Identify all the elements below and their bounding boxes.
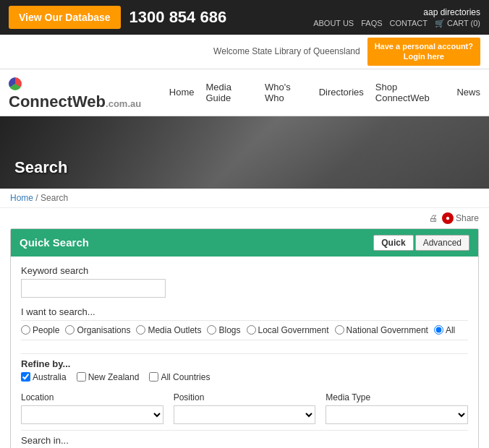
logo-icon <box>9 77 22 90</box>
location-col: Location <box>21 392 163 424</box>
header-nav: ConnectWeb.com.au Home Media Guide Who's… <box>0 69 489 116</box>
location-checkboxes: Australia New Zealand All Countries <box>21 372 468 382</box>
top-bar-left: View Our Database 1300 854 686 <box>9 6 226 29</box>
aap-logo: aap directories <box>423 7 480 17</box>
logo-web: Web <box>72 92 106 111</box>
about-us-link[interactable]: ABOUT US <box>313 19 354 28</box>
view-db-button[interactable]: View Our Database <box>9 6 121 29</box>
media-type-col: Media Type <box>326 392 468 424</box>
radio-blogs[interactable]: Blogs <box>207 325 240 335</box>
top-bar: View Our Database 1300 854 686 aap direc… <box>0 0 489 35</box>
breadcrumb: Home / Search <box>0 189 489 208</box>
media-type-label: Media Type <box>326 392 468 402</box>
position-label: Position <box>174 392 316 402</box>
breadcrumb-current: Search <box>41 193 68 203</box>
faqs-link[interactable]: FAQS <box>361 19 382 28</box>
location-label: Location <box>21 392 163 402</box>
refine-section: Refine by... Australia New Zealand All C… <box>21 349 468 387</box>
search-panel-title: Quick Search <box>20 236 89 249</box>
check-all-countries[interactable]: All Countries <box>149 372 210 382</box>
search-type-group: I want to search... People Organisations… <box>21 306 468 340</box>
radio-media[interactable]: Media Outlets <box>136 325 201 335</box>
login-button[interactable]: Have a personal account? Login here <box>367 38 480 66</box>
location-row: Location Position Media Type <box>21 392 468 424</box>
media-type-select[interactable] <box>326 405 468 424</box>
top-nav-right: aap directories ABOUT US FAQS CONTACT 🛒 … <box>313 7 480 28</box>
radio-local-gov[interactable]: Local Government <box>247 325 329 335</box>
print-icon: 🖨 <box>429 213 438 223</box>
logo: ConnectWeb.com.au <box>9 74 148 111</box>
position-select[interactable] <box>174 405 316 424</box>
welcome-text: Welcome State Library of Queensland <box>213 46 360 56</box>
radio-orgs[interactable]: Organisations <box>65 325 130 335</box>
search-panel-body: Keyword search I want to search... Peopl… <box>11 257 478 448</box>
breadcrumb-home[interactable]: Home <box>10 193 33 203</box>
keyword-group: Keyword search <box>21 265 468 298</box>
keyword-label: Keyword search <box>21 265 468 276</box>
hero-overlay <box>0 116 489 189</box>
radio-people[interactable]: People <box>21 325 59 335</box>
main-nav: Home Media Guide Who's Who Directories S… <box>169 82 480 103</box>
location-select[interactable] <box>21 405 163 424</box>
tab-advanced[interactable]: Advanced <box>415 235 469 251</box>
nav-directories[interactable]: Directories <box>319 87 364 98</box>
nav-news[interactable]: News <box>456 87 480 98</box>
logo-suffix: .com.au <box>106 98 141 109</box>
second-bar: Welcome State Library of Queensland Have… <box>0 35 489 69</box>
share-icon: ● <box>442 212 454 224</box>
search-panel-header: Quick Search Quick Advanced <box>11 229 478 257</box>
search-in-label: Search in... <box>21 435 468 446</box>
toolbar-row: 🖨 ● Share <box>0 208 489 228</box>
nav-shop[interactable]: Shop ConnectWeb <box>375 82 446 103</box>
nav-home[interactable]: Home <box>169 87 195 98</box>
share-label: Share <box>456 213 479 223</box>
nav-media-guide[interactable]: Media Guide <box>205 82 252 103</box>
position-col: Position <box>174 392 316 424</box>
contact-link[interactable]: CONTACT <box>390 19 428 28</box>
nav-whos-who[interactable]: Who's Who <box>265 82 307 103</box>
print-button[interactable]: 🖨 <box>429 213 438 223</box>
tab-quick[interactable]: Quick <box>373 235 413 251</box>
keyword-input[interactable] <box>21 279 166 298</box>
check-nz[interactable]: New Zealand <box>77 372 140 382</box>
search-panel-tabs: Quick Advanced <box>373 235 469 251</box>
top-nav-links: ABOUT US FAQS CONTACT 🛒 CART (0) <box>313 19 480 28</box>
share-button[interactable]: ● Share <box>442 212 479 224</box>
radio-all[interactable]: All <box>434 325 455 335</box>
search-in-section: Search in... Who's Who Australia Who's W… <box>21 430 468 448</box>
search-panel: Quick Search Quick Advanced Keyword sear… <box>10 228 479 448</box>
refine-label: Refine by... <box>21 353 468 369</box>
search-type-radios: People Organisations Media Outlets Blogs… <box>21 320 468 340</box>
check-australia[interactable]: Australia <box>21 372 67 382</box>
phone-number: 1300 854 686 <box>129 8 227 27</box>
cart-link[interactable]: 🛒 CART (0) <box>435 19 480 28</box>
logo-connect: Connect <box>9 92 72 111</box>
hero-banner: Search <box>0 116 489 189</box>
hero-title: Search <box>14 158 67 177</box>
search-type-label: I want to search... <box>21 306 468 317</box>
radio-national-gov[interactable]: National Government <box>335 325 428 335</box>
